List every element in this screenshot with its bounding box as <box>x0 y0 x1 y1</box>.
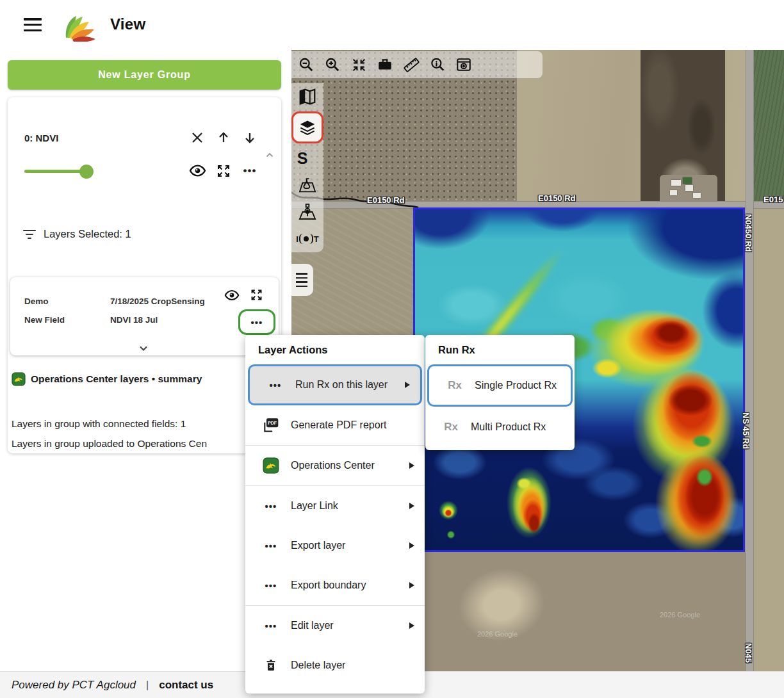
map-toolbar <box>291 51 543 78</box>
road-label: N045 <box>744 643 753 663</box>
dots-icon: ••• <box>258 621 284 631</box>
menu-item-export-boundary[interactable]: ••• Export boundary <box>245 565 425 605</box>
submenu-arrow-icon <box>409 542 414 549</box>
menu-item-delete-layer[interactable]: Delete layer <box>245 645 425 685</box>
map-side-toolbar: S I T <box>291 83 323 252</box>
move-layer-up-button[interactable] <box>215 129 232 146</box>
map-road-vertical <box>746 50 754 671</box>
menu-item-edit-layer[interactable]: ••• Edit layer <box>245 606 425 645</box>
soil-tool-icon[interactable]: S <box>293 145 322 172</box>
scouting-pin-icon[interactable] <box>293 199 322 225</box>
legend-drawer-handle[interactable] <box>291 264 313 296</box>
road-label: NS 45 Rd <box>741 412 751 449</box>
measure-ruler-icon[interactable] <box>402 56 420 74</box>
pdf-icon: PDF <box>258 417 284 434</box>
road-label: E015 <box>764 195 783 204</box>
menu-item-generate-pdf[interactable]: PDF Generate PDF report <box>245 405 425 445</box>
summary-title: Operations Center layers • summary <box>31 373 202 385</box>
layers-selected-count: Layers Selected: 1 <box>44 228 131 240</box>
layer-more-options-button-highlighted[interactable]: ••• <box>238 309 275 335</box>
contact-us-link[interactable]: contact us <box>159 679 213 692</box>
summary-line-1: Layers in group with connected fields: 1 <box>12 418 186 430</box>
road-label: N0450 Rd <box>744 214 753 252</box>
rx-icon: Rx <box>442 379 468 392</box>
summary-line-2: Layers in group uploaded to Operations C… <box>12 438 207 450</box>
footer-separator: | <box>146 679 149 691</box>
run-rx-submenu-title: Run Rx <box>425 335 575 364</box>
john-deere-icon <box>258 457 284 474</box>
zoom-out-icon[interactable] <box>297 56 315 74</box>
layers-tool-highlighted[interactable] <box>291 111 323 143</box>
road-label: E0150 Rd <box>367 195 405 205</box>
submenu-arrow-icon <box>409 503 414 509</box>
menu-item-export-layer[interactable]: ••• Export layer <box>245 526 425 565</box>
dots-icon: ••• <box>258 541 284 551</box>
dots-icon: ••• <box>258 501 284 511</box>
identify-search-icon[interactable] <box>429 56 446 74</box>
submenu-arrow-icon <box>409 462 414 469</box>
app-root: View E0150 Rd E0150 Rd E015 <box>0 0 784 698</box>
layer-card-layer: NDVI 18 Jul <box>110 315 158 325</box>
road-label: E0150 Rd <box>538 193 576 203</box>
zoom-in-icon[interactable] <box>323 56 341 74</box>
map-field-block <box>754 50 784 209</box>
toolbox-icon[interactable] <box>376 56 394 74</box>
layer-card-capture: 7/18/2025 CropSensing <box>110 296 205 306</box>
iot-sensors-icon[interactable]: I T <box>293 225 322 252</box>
submenu-arrow-icon <box>409 582 414 588</box>
menu-item-run-rx[interactable]: ••• Run Rx on this layer <box>248 364 422 405</box>
layer-card-group: Demo <box>24 296 49 306</box>
rx-icon: Rx <box>438 421 464 434</box>
iot-arc <box>299 234 303 244</box>
dots-icon: ••• <box>258 581 284 590</box>
dots-icon: ••• <box>263 380 288 390</box>
powered-by-text: Powered by PCT Agcloud <box>12 679 136 692</box>
sampling-flask-icon[interactable] <box>293 172 322 199</box>
menu-item-layer-link[interactable]: ••• Layer Link <box>245 486 425 526</box>
john-deere-logo <box>12 372 26 386</box>
svg-text:PDF: PDF <box>268 421 277 425</box>
expand-card-chevron[interactable] <box>136 343 151 354</box>
menu-item-single-product-rx[interactable]: Rx Single Product Rx <box>427 364 573 407</box>
operations-center-summary-row: Operations Center layers • summary <box>12 372 202 386</box>
layer-group-panel <box>8 97 281 453</box>
layer-card-field: New Field <box>24 315 65 325</box>
fit-extent-icon[interactable] <box>350 56 368 74</box>
map-attribution: 2026 Google <box>477 630 518 638</box>
iot-arc <box>309 234 313 244</box>
layer-actions-menu: Layer Actions ••• Run Rx on this layer P… <box>245 335 425 694</box>
run-rx-submenu: Run Rx Rx Single Product Rx Rx Multi Pro… <box>425 335 575 450</box>
opacity-slider-thumb[interactable] <box>79 165 94 179</box>
top-app-bar: View <box>0 0 784 50</box>
submenu-arrow-icon <box>409 622 414 629</box>
opacity-slider-track[interactable] <box>24 170 81 173</box>
pct-agcloud-logo <box>61 8 101 42</box>
layer-group-name: 0: NDVI <box>24 133 58 143</box>
basemap-icon[interactable] <box>293 83 322 110</box>
map-attribution: 2026 Google <box>660 611 700 619</box>
submenu-arrow-icon <box>405 382 410 388</box>
collapse-group-chevron[interactable] <box>263 150 276 161</box>
layers-selected-row: Layers Selected: 1 <box>23 228 131 240</box>
overview-map-icon[interactable] <box>455 56 473 74</box>
group-visibility-eye-icon[interactable] <box>188 161 206 179</box>
menu-item-operations-center[interactable]: Operations Center <box>245 446 425 485</box>
map-field-block <box>754 209 784 671</box>
layer-visibility-eye-icon[interactable] <box>224 287 240 303</box>
group-more-options-button[interactable]: ••• <box>241 164 259 177</box>
filter-icon <box>23 229 36 239</box>
remove-group-button[interactable] <box>189 129 206 146</box>
page-title: View <box>110 15 145 33</box>
new-layer-group-button[interactable]: New Layer Group <box>8 60 281 90</box>
map-farmstead <box>660 175 717 201</box>
move-layer-down-button[interactable] <box>241 129 258 146</box>
hamburger-menu-icon[interactable] <box>24 18 42 31</box>
menu-item-multi-product-rx[interactable]: Rx Multi Product Rx <box>425 407 575 447</box>
iot-dot <box>304 236 309 241</box>
trash-icon <box>258 658 284 673</box>
layer-zoom-to-extent-icon[interactable] <box>249 288 264 302</box>
layer-actions-menu-title: Layer Actions <box>245 335 425 364</box>
group-zoom-to-extent-icon[interactable] <box>215 162 232 179</box>
